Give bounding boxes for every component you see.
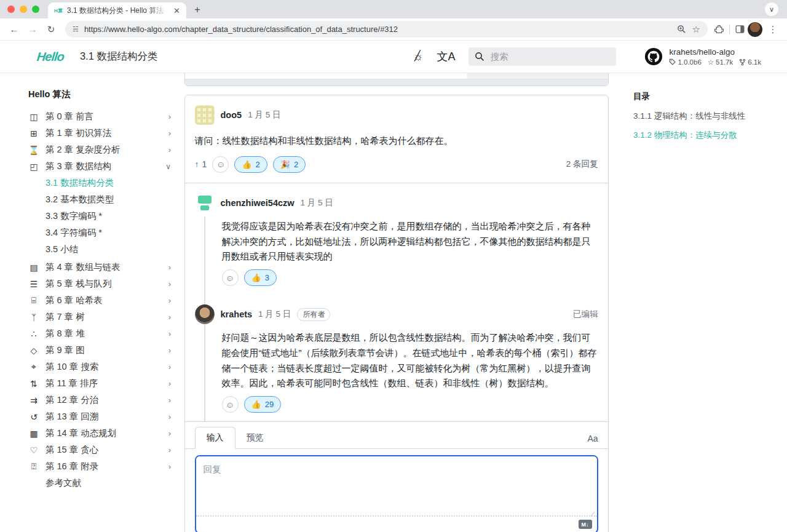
chevron-right-icon[interactable]: ›: [168, 313, 171, 322]
maximize-window-button[interactable]: [32, 6, 39, 13]
toc-item[interactable]: 3.1.1 逻辑结构：线性与非线性: [633, 111, 781, 122]
chevron-right-icon[interactable]: ›: [168, 379, 171, 388]
reaction-pill[interactable]: 👍3: [244, 269, 277, 286]
browser-tab[interactable]: H算 3.1 数据结构分类 - Hello 算法 ✕: [48, 2, 186, 18]
resize-divider[interactable]: ⟋: [196, 515, 597, 517]
sidebar-subitem[interactable]: 3.2 基本数据类型: [28, 191, 173, 208]
tab-search-icon[interactable]: ∨: [765, 2, 778, 16]
reaction-pill[interactable]: 🎉2: [273, 156, 306, 173]
chevron-right-icon[interactable]: ›: [168, 363, 171, 371]
sidebar-subitem[interactable]: 3.1 数据结构分类: [28, 175, 173, 191]
chevron-right-icon[interactable]: ›: [168, 463, 171, 471]
upvote-count: 1: [202, 159, 207, 169]
address-bar[interactable]: ☵ https://www.hello-algo.com/chapter_dat…: [65, 21, 708, 38]
reply-textarea[interactable]: [196, 456, 597, 515]
site-settings-icon[interactable]: ☵: [73, 25, 79, 33]
close-window-button[interactable]: [7, 6, 15, 13]
sidebar-item[interactable]: ▤第 4 章 数组与链表›: [28, 259, 173, 276]
toolbar-divider: [729, 25, 730, 34]
add-reaction-button[interactable]: ☺: [222, 269, 239, 286]
search-input[interactable]: 搜索: [469, 47, 616, 66]
sidebar-subitem[interactable]: 3.3 数字编码 *: [28, 208, 173, 224]
sidebar-item-label: 第 6 章 哈希表: [45, 295, 162, 306]
text-format-button[interactable]: Aa: [587, 434, 598, 448]
avatar: [195, 193, 215, 213]
sidebar-item[interactable]: ⌖第 10 章 搜索›: [28, 359, 173, 375]
sidebar-item[interactable]: ♡第 15 章 贪心›: [28, 442, 173, 458]
chevron-right-icon[interactable]: ›: [168, 330, 171, 338]
toc-item[interactable]: 3.1.2 物理结构：连续与分散: [633, 130, 781, 141]
sidebar-item[interactable]: ᛉ第 7 章 树›: [28, 309, 173, 325]
sidebar-item[interactable]: 参考文献: [28, 475, 173, 491]
forward-icon[interactable]: →: [25, 22, 41, 38]
sidebar-item[interactable]: ↺第 13 章 回溯›: [28, 408, 173, 425]
sidebar-item[interactable]: ⍰第 16 章 附录›: [28, 458, 173, 475]
chevron-right-icon[interactable]: ›: [168, 129, 171, 138]
reaction-pill[interactable]: 👍29: [244, 396, 282, 413]
tab-write[interactable]: 输入: [195, 427, 235, 449]
chevron-right-icon[interactable]: ›: [168, 146, 171, 154]
sidebar-item[interactable]: ⌛第 2 章 复杂度分析›: [28, 141, 173, 158]
sidebar-item[interactable]: ◫第 0 章 前言›: [28, 108, 173, 125]
sidebar-item-label: 第 10 章 搜索: [45, 361, 162, 373]
sidebar-item[interactable]: ▦第 14 章 动态规划›: [28, 425, 173, 442]
side-panel-icon[interactable]: [735, 24, 745, 34]
new-tab-button[interactable]: +: [190, 2, 205, 17]
sidebar-item[interactable]: ☰第 5 章 栈与队列›: [28, 276, 173, 292]
sidebar-item[interactable]: ⇅第 11 章 排序›: [28, 375, 173, 392]
editor-tabs: 输入 预览 Aa: [185, 422, 608, 449]
chevron-right-icon[interactable]: ›: [168, 429, 171, 438]
sidebar-item[interactable]: ⊞第 1 章 初识算法›: [28, 125, 173, 141]
back-icon[interactable]: ←: [6, 22, 22, 38]
add-reaction-button[interactable]: ☺: [212, 156, 229, 173]
markdown-icon[interactable]: M↓: [579, 520, 592, 529]
minimize-window-button[interactable]: [20, 6, 27, 13]
comment-author[interactable]: krahets: [221, 309, 253, 319]
chevron-right-icon[interactable]: ›: [168, 296, 171, 305]
zoom-icon[interactable]: [677, 25, 686, 34]
chevron-right-icon[interactable]: ›: [168, 396, 171, 405]
tab-preview[interactable]: 预览: [235, 427, 275, 448]
comment-author[interactable]: chenzhiwei54czw: [221, 198, 295, 208]
chevron-right-icon[interactable]: ›: [168, 113, 171, 121]
sidebar-item[interactable]: ⌸第 6 章 哈希表›: [28, 292, 173, 309]
theme-toggle-icon[interactable]: ☼╱: [413, 50, 424, 63]
chevron-right-icon[interactable]: ›: [168, 280, 171, 288]
comment-author[interactable]: doo5: [221, 110, 242, 120]
chevron-down-icon[interactable]: ∨: [165, 162, 171, 171]
sidebar-subitem[interactable]: 3.4 字符编码 *: [28, 224, 173, 241]
upvote-button[interactable]: ↑1: [195, 159, 207, 169]
appendix-icon: ⍰: [28, 461, 39, 472]
comment-date: 1 月 5 日: [301, 197, 333, 208]
github-icon: [644, 47, 663, 66]
bookmark-star-icon[interactable]: ☆: [692, 24, 700, 35]
chevron-right-icon[interactable]: ›: [168, 413, 171, 421]
sidebar-subitem[interactable]: 3.5 小结: [28, 241, 173, 258]
sidebar-subitem-label: 3.3 数字编码 *: [45, 210, 173, 222]
chevron-right-icon[interactable]: ›: [168, 263, 171, 272]
extensions-icon[interactable]: [714, 24, 724, 34]
reaction-count: 29: [265, 400, 274, 409]
browser-profile-avatar[interactable]: [748, 22, 762, 37]
reload-icon[interactable]: ↻: [43, 22, 59, 38]
reaction-pill[interactable]: 👍2: [234, 156, 267, 173]
sidebar-subitem-label: 3.5 小结: [45, 244, 173, 255]
sidebar-item[interactable]: ◇第 9 章 图›: [28, 342, 173, 359]
add-reaction-button[interactable]: ☺: [222, 396, 239, 413]
sidebar-item[interactable]: ◰第 3 章 数据结构∨: [28, 158, 173, 175]
site-logo[interactable]: Hello: [36, 50, 65, 64]
browser-toolbar: ← → ↻ ☵ https://www.hello-algo.com/chapt…: [0, 18, 787, 41]
browser-menu-icon[interactable]: ⋮: [765, 22, 781, 38]
sidebar-item[interactable]: ∴第 8 章 堆›: [28, 325, 173, 342]
translate-icon[interactable]: 文A: [437, 49, 455, 64]
sidebar-item[interactable]: ⇉第 12 章 分治›: [28, 392, 173, 408]
resize-handle-icon[interactable]: ⟋: [591, 510, 595, 518]
tab-close-icon[interactable]: ✕: [173, 6, 180, 15]
url-text[interactable]: https://www.hello-algo.com/chapter_data_…: [84, 25, 398, 34]
github-repo-link[interactable]: krahets/hello-algo 1.0.0b6 ☆51.7k 6.1k: [644, 47, 761, 66]
chevron-right-icon[interactable]: ›: [168, 446, 171, 455]
reaction-emoji-icon: 👍: [242, 160, 251, 169]
main-content: doo51 月 5 日请问：线性数据结构和非线性数据结构，哈希表为什么都存在。↑…: [180, 73, 616, 532]
chevron-right-icon[interactable]: ›: [168, 346, 171, 355]
search-icon: [475, 52, 484, 62]
